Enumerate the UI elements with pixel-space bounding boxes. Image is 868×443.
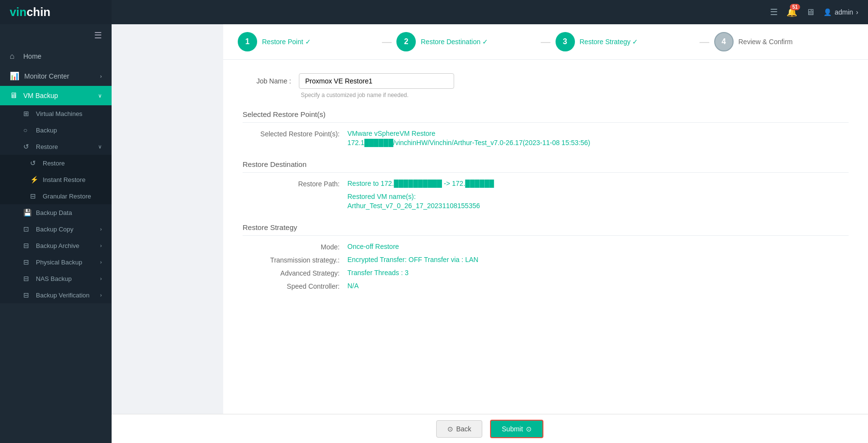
step4-number: 4 <box>721 37 726 46</box>
restore-points-section: Selected Restore Point(s) Selected Resto… <box>243 110 849 147</box>
restore-path-label: Restore Path: <box>243 180 340 188</box>
submit-label: Submit <box>502 425 523 433</box>
step4-label: Review & Confirm <box>738 38 793 46</box>
granular-restore-icon: ⊟ <box>30 192 39 200</box>
sidebar-item-vm-backup[interactable]: 🖥 VM Backup ∨ <box>0 86 112 105</box>
advanced-strategy-value: Transfer Threads : 3 <box>347 269 409 277</box>
logo: vinchin <box>0 0 112 24</box>
restore-points-label: Selected Restore Point(s): <box>243 130 340 138</box>
step3-number: 3 <box>563 37 567 46</box>
sidebar-item-restore-sub[interactable]: ↺ Restore <box>0 155 112 171</box>
backup-archive-chevron-icon: › <box>100 243 102 248</box>
restore-sub-icon: ↺ <box>30 159 39 167</box>
mode-value: Once-off Restore <box>347 243 399 250</box>
back-label: Back <box>456 425 471 433</box>
step2-number: 2 <box>404 37 409 46</box>
restore-strategy-title: Restore Strategy <box>243 223 849 236</box>
sidebar-restore-sub-label: Restore <box>43 160 65 167</box>
restored-vm-name: Arthur_Test_v7_0_26_17_20231108155356 <box>347 202 480 210</box>
restore-point-line2: 172.1██████/vinchinHW/Vinchin/Arthur-Tes… <box>347 139 590 147</box>
job-name-input[interactable] <box>299 73 454 89</box>
monitor-display-icon[interactable]: 🖥 <box>806 7 815 17</box>
sidebar-backup-copy-label: Backup Copy <box>36 226 73 233</box>
sidebar-physical-backup-label: Physical Backup <box>36 259 82 266</box>
speed-controller-value: N/A <box>347 282 359 290</box>
restore-path-line1: Restore to 172.██████████ -> 172.██████ <box>347 180 494 187</box>
home-icon: ⌂ <box>10 52 18 61</box>
job-name-label: Job Name : <box>243 77 291 85</box>
backup-copy-icon: ⊡ <box>23 225 32 233</box>
back-icon: ⊙ <box>447 425 453 433</box>
transmission-row: Transmission strategy.: Encrypted Transf… <box>243 256 849 264</box>
backup-verification-icon: ⊟ <box>23 291 32 299</box>
restore-destination-section: Restore Destination Restore Path: Restor… <box>243 160 849 210</box>
chevron-icon: › <box>100 73 102 79</box>
sidebar-nas-backup-label: NAS Backup <box>36 275 72 282</box>
speed-controller-label: Speed Controller: <box>243 282 340 290</box>
messages-icon[interactable]: ☰ <box>770 7 778 17</box>
advanced-strategy-row: Advanced Strategy: Transfer Threads : 3 <box>243 269 849 277</box>
instant-restore-icon: ⚡ <box>30 176 39 183</box>
footer: ⊙ Back Submit ⊙ <box>112 414 868 443</box>
restore-path-value: Restore to 172.██████████ -> 172.██████ <box>347 180 494 187</box>
vm-backup-icon: 🖥 <box>10 91 18 100</box>
step1-label: Restore Point ✓ <box>262 38 311 46</box>
sidebar-item-backup[interactable]: ○ Backup <box>0 122 112 138</box>
sidebar-item-restore[interactable]: ↺ Restore ∨ <box>0 138 112 155</box>
restore-icon: ↺ <box>23 143 32 150</box>
content-area: Job Name : Specify a customized job name… <box>223 60 868 443</box>
submit-button[interactable]: Submit ⊙ <box>490 420 543 438</box>
restore-point-line1: VMware vSphereVM Restore <box>347 130 590 137</box>
sidebar-backup-data-label: Backup Data <box>36 209 72 216</box>
nas-backup-icon: ⊟ <box>23 275 32 282</box>
sidebar-item-virtual-machines[interactable]: ⊞ Virtual Machines <box>0 105 112 122</box>
sidebar-virtual-machines-label: Virtual Machines <box>36 110 82 117</box>
sidebar-restore-label: Restore <box>36 143 58 150</box>
sidebar-item-home[interactable]: ⌂ Home <box>0 47 112 66</box>
restore-path-row: Restore Path: Restore to 172.██████████ … <box>243 180 849 188</box>
step-restore-strategy: 3 Restore Strategy ✓ <box>556 32 695 51</box>
backup-archive-icon: ⊟ <box>23 242 32 249</box>
sidebar-item-monitor-center[interactable]: 📊 Monitor Center › <box>0 66 112 86</box>
restored-vm-label <box>243 193 340 193</box>
step-sep-2: — <box>541 36 551 48</box>
sidebar-item-instant-restore[interactable]: ⚡ Instant Restore <box>0 171 112 188</box>
user-label: admin <box>835 8 853 16</box>
sidebar-toggle[interactable]: ☰ <box>0 24 112 47</box>
sidebar-granular-restore-label: Granular Restore <box>43 193 91 200</box>
restored-vm-row: Restored VM name(s): Arthur_Test_v7_0_26… <box>243 193 849 210</box>
sidebar-item-physical-backup[interactable]: ⊟ Physical Backup › <box>0 254 112 270</box>
restore-points-row: Selected Restore Point(s): VMware vSpher… <box>243 130 849 147</box>
sidebar: vinchin ☰ ⌂ Home 📊 Monitor Center › 🖥 VM… <box>0 0 112 443</box>
sidebar-monitor-label: Monitor Center <box>24 72 69 80</box>
step1-circle: 1 <box>238 32 257 51</box>
step3-label: Restore Strategy ✓ <box>580 38 639 46</box>
step2-label: Restore Destination ✓ <box>421 38 488 46</box>
sidebar-backup-verification-label: Backup Verification <box>36 292 90 299</box>
sidebar-home-label: Home <box>23 52 41 60</box>
monitor-icon: 📊 <box>10 71 19 81</box>
back-button[interactable]: ⊙ Back <box>436 420 482 438</box>
step2-circle: 2 <box>396 32 416 51</box>
sidebar-item-backup-data[interactable]: 💾 Backup Data <box>0 204 112 221</box>
step-restore-point: 1 Restore Point ✓ <box>238 32 377 51</box>
sidebar-item-backup-copy[interactable]: ⊡ Backup Copy › <box>0 221 112 237</box>
backup-data-icon: 💾 <box>23 209 32 216</box>
physical-backup-icon: ⊟ <box>23 258 32 266</box>
backup-verification-chevron-icon: › <box>100 292 102 298</box>
user-icon: 👤 <box>823 8 832 16</box>
main-content: 1 Restore Point ✓ — 2 Restore Destinatio… <box>223 24 868 443</box>
step1-number: 1 <box>246 37 250 46</box>
sidebar-item-backup-verification[interactable]: ⊟ Backup Verification › <box>0 287 112 303</box>
sidebar-item-nas-backup[interactable]: ⊟ NAS Backup › <box>0 270 112 287</box>
sidebar-vm-backup-label: VM Backup <box>23 92 58 99</box>
sidebar-item-backup-archive[interactable]: ⊟ Backup Archive › <box>0 237 112 254</box>
advanced-strategy-label: Advanced Strategy: <box>243 269 340 277</box>
restore-points-title: Selected Restore Point(s) <box>243 110 849 123</box>
notifications-icon[interactable]: 🔔 51 <box>786 7 797 17</box>
user-menu[interactable]: 👤 admin › <box>823 8 858 16</box>
sidebar-item-granular-restore[interactable]: ⊟ Granular Restore <box>0 188 112 204</box>
physical-backup-chevron-icon: › <box>100 259 102 265</box>
topbar: ☰ 🔔 51 🖥 👤 admin › <box>112 0 868 24</box>
backup-icon: ○ <box>23 126 32 134</box>
